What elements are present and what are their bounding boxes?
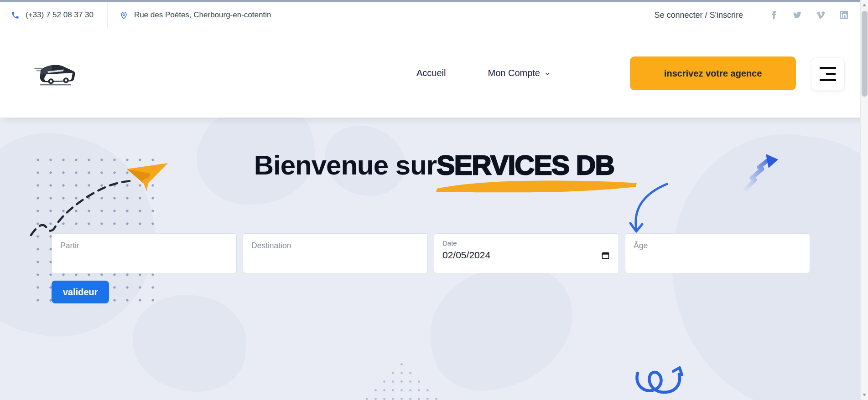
scroll-up-arrow[interactable] xyxy=(863,4,866,6)
date-label: Date xyxy=(442,239,610,247)
location-pin-icon xyxy=(120,11,128,20)
twitter-icon xyxy=(793,11,801,19)
age-input[interactable] xyxy=(625,233,810,273)
menu-button[interactable] xyxy=(811,57,845,90)
menu-icon xyxy=(826,73,836,75)
page-title: Bienvenue surSERVICES DB xyxy=(0,149,868,181)
hero-section: Bienvenue surSERVICES DB Date 02/05/2024… xyxy=(0,118,868,400)
register-agency-button[interactable]: inscrivez votre agence xyxy=(630,56,796,90)
menu-icon xyxy=(820,67,836,69)
menu-icon xyxy=(820,79,836,81)
scrollbar-thumb[interactable] xyxy=(862,11,868,97)
facebook-icon xyxy=(770,11,778,19)
dots-triangle-pattern xyxy=(363,360,443,400)
squiggle-arrow-icon xyxy=(633,353,693,396)
login-register-link[interactable]: Se connecter / S'inscrire xyxy=(654,10,756,20)
depart-input[interactable] xyxy=(52,233,237,273)
date-input[interactable]: Date 02/05/2024 xyxy=(434,233,619,273)
calendar-icon[interactable] xyxy=(601,251,610,260)
facebook-link[interactable] xyxy=(770,11,778,19)
submit-button[interactable]: valideur xyxy=(52,281,109,303)
vimeo-link[interactable] xyxy=(816,11,825,19)
scroll-down-arrow[interactable] xyxy=(863,394,866,396)
main-header: Accueil Mon Compte inscrivez votre agenc… xyxy=(0,29,868,118)
logo[interactable] xyxy=(34,61,78,89)
search-form: Date 02/05/2024 xyxy=(52,233,810,273)
title-prefix: Bienvenue sur xyxy=(254,150,437,180)
phone-number: (+33) 7 52 08 37 30 xyxy=(26,10,94,20)
topbar: (+33) 7 52 08 37 30 Rue des Poètes, Cher… xyxy=(0,2,868,28)
chevron-down-icon xyxy=(544,71,551,77)
scrollbar[interactable] xyxy=(860,0,868,400)
linkedin-link[interactable] xyxy=(840,11,848,19)
linkedin-icon xyxy=(840,11,848,19)
top-border xyxy=(0,0,868,2)
bus-icon xyxy=(34,61,78,87)
date-value: 02/05/2024 xyxy=(442,250,490,261)
nav-accueil[interactable]: Accueil xyxy=(416,68,446,78)
address-text: Rue des Poètes, Cherbourg-en-cotentin xyxy=(134,10,271,20)
phone-icon xyxy=(11,11,20,20)
social-links xyxy=(756,11,848,19)
address: Rue des Poètes, Cherbourg-en-cotentin xyxy=(108,10,271,20)
map-shape xyxy=(416,252,587,400)
nav-mon-compte[interactable]: Mon Compte xyxy=(488,68,551,78)
destination-input[interactable] xyxy=(243,233,428,273)
title-brand: SERVICES DB xyxy=(437,150,614,180)
phone-contact: (+33) 7 52 08 37 30 xyxy=(0,10,107,20)
twitter-link[interactable] xyxy=(793,11,801,19)
vimeo-icon xyxy=(816,11,825,19)
main-nav: Accueil Mon Compte xyxy=(416,29,551,118)
